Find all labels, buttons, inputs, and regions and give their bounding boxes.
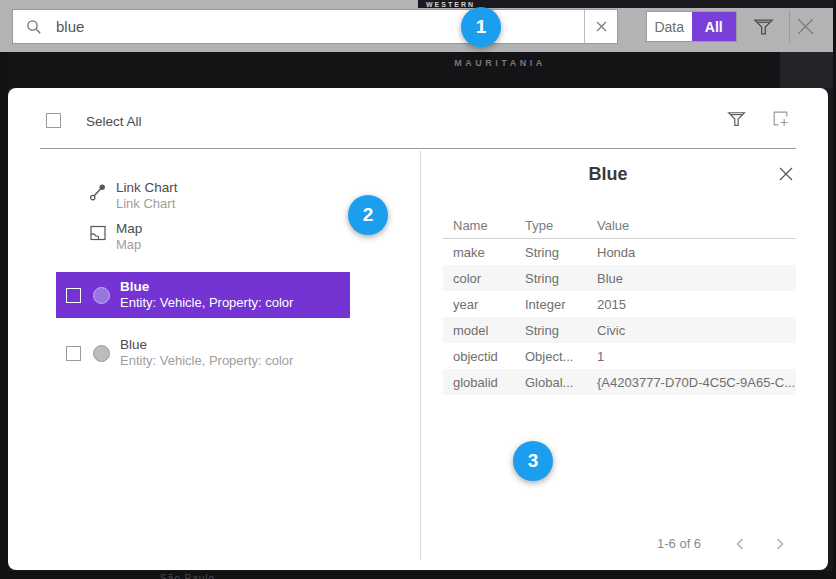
table-row: make String Honda: [443, 239, 796, 265]
map-bottom-strip: São Paulo: [0, 571, 836, 579]
cell-name: color: [453, 271, 481, 286]
result-title: Blue: [120, 279, 293, 295]
table-rows: make String Honda color String Blue year…: [443, 239, 796, 395]
scope-toggle: Data All: [646, 11, 737, 42]
result-row-blue-selected[interactable]: Blue Entity: Vehicle, Property: color: [56, 272, 350, 318]
toolbar-divider: [789, 10, 790, 43]
clear-icon: [596, 21, 607, 32]
chevron-right-icon[interactable]: [774, 537, 786, 551]
map-label-mauritania: MAURITANIA: [400, 58, 600, 68]
map-label-bottom: São Paulo: [160, 573, 215, 579]
cell-name: model: [453, 323, 488, 338]
col-type: Type: [525, 218, 553, 233]
annotation-badge-2: 2: [348, 195, 388, 235]
panel-header-divider: [40, 148, 796, 149]
cell-value: 2015: [597, 297, 626, 312]
cell-type: String: [525, 271, 559, 286]
add-to-selection-icon[interactable]: [770, 108, 791, 129]
result-title: Blue: [120, 337, 293, 353]
entity-circle-icon: [93, 345, 110, 362]
scope-option-data[interactable]: Data: [647, 12, 692, 41]
pagination-label: 1-6 of 6: [657, 536, 701, 551]
cell-name: globalid: [453, 375, 498, 390]
result-subtitle: Map: [116, 237, 142, 253]
panel-filter-icon[interactable]: [726, 108, 747, 129]
map-landmass: [780, 52, 836, 88]
result-title: Map: [116, 221, 142, 237]
filter-icon[interactable]: [752, 15, 775, 38]
col-name: Name: [453, 218, 488, 233]
cell-type: Object...: [525, 349, 573, 364]
results-panel: Select All Link Chart Link Chart: [8, 88, 828, 570]
result-row-blue[interactable]: Blue Entity: Vehicle, Property: color: [56, 330, 350, 376]
cell-type: String: [525, 245, 559, 260]
entity-circle-icon: [93, 287, 110, 304]
search-icon: [26, 19, 42, 35]
chevron-left-icon[interactable]: [734, 537, 746, 551]
screenshot-root: MAURITANIA WESTERN São Paulo Data All: [0, 0, 836, 579]
result-subtitle: Entity: Vehicle, Property: color: [120, 353, 293, 369]
annotation-badge-3: 3: [513, 441, 553, 481]
table-row: year Integer 2015: [443, 291, 796, 317]
col-value: Value: [597, 218, 629, 233]
clear-search-button[interactable]: [584, 10, 617, 43]
result-subtitle: Link Chart: [116, 196, 178, 212]
table-row: objectid Object... 1: [443, 343, 796, 369]
cell-value: Civic: [597, 323, 625, 338]
cell-value: {A4203777-D70D-4C5C-9A65-C...: [597, 375, 795, 390]
cell-type: String: [525, 323, 559, 338]
close-search-icon[interactable]: [795, 16, 816, 37]
table-row: color String Blue: [443, 265, 796, 291]
cell-type: Integer: [525, 297, 565, 312]
result-row-link-chart[interactable]: Link Chart Link Chart: [88, 180, 178, 212]
result-checkbox[interactable]: [66, 288, 81, 303]
detail-title: Blue: [420, 164, 796, 185]
annotation-badge-1: 1: [461, 7, 501, 47]
properties-table: Name Type Value make String Honda color …: [443, 216, 796, 395]
search-box: [12, 9, 618, 44]
frame-edge-left: [0, 52, 8, 579]
result-subtitle: Entity: Vehicle, Property: color: [120, 295, 293, 311]
select-all-checkbox[interactable]: [46, 113, 61, 128]
result-checkbox[interactable]: [66, 346, 81, 361]
select-all-label: Select All: [86, 114, 142, 129]
scope-option-all[interactable]: All: [692, 12, 737, 41]
cell-name: make: [453, 245, 485, 260]
cell-name: objectid: [453, 349, 498, 364]
cell-value: Honda: [597, 245, 635, 260]
list-detail-divider: [420, 150, 421, 560]
table-row: model String Civic: [443, 317, 796, 343]
table-row: globalid Global... {A4203777-D70D-4C5C-9…: [443, 369, 796, 395]
map-icon: [88, 223, 108, 243]
cell-name: year: [453, 297, 478, 312]
search-input[interactable]: [54, 9, 584, 44]
cell-value: Blue: [597, 271, 623, 286]
table-header: Name Type Value: [443, 216, 796, 238]
link-chart-icon: [88, 182, 108, 202]
result-row-map[interactable]: Map Map: [88, 221, 142, 253]
result-title: Link Chart: [116, 180, 178, 196]
cell-value: 1: [597, 349, 604, 364]
detail-close-icon[interactable]: [778, 166, 794, 182]
cell-type: Global...: [525, 375, 573, 390]
